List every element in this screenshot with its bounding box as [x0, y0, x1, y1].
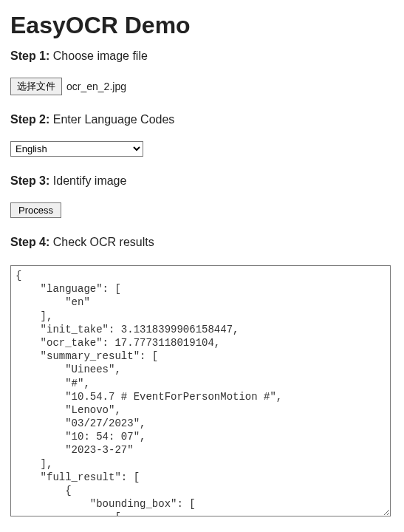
step-2-label: Step 2: [10, 113, 49, 126]
file-input-row: 选择文件 ocr_en_2.jpg [10, 78, 126, 95]
step-3-label: Step 3: [10, 174, 49, 187]
page-title: EasyOCR Demo [10, 12, 394, 39]
step-3-text: Identify image [53, 174, 127, 187]
step-3-heading: Step 3: Identify image [10, 174, 394, 188]
process-button[interactable]: Process [10, 202, 61, 218]
language-select[interactable]: English [10, 141, 143, 157]
step-1-text: Choose image file [53, 50, 148, 62]
selected-file-name: ocr_en_2.jpg [66, 81, 126, 92]
step-1-label: Step 1: [10, 50, 49, 62]
step-1-heading: Step 1: Choose image file [10, 50, 394, 63]
app-container: EasyOCR Demo Step 1: Choose image file 选… [0, 0, 404, 528]
step-4-label: Step 4: [10, 236, 49, 248]
choose-file-button[interactable]: 选择文件 [10, 78, 62, 95]
ocr-results-output[interactable] [10, 265, 391, 516]
step-2-text: Enter Language Codes [53, 113, 175, 126]
step-4-text: Check OCR results [53, 236, 154, 248]
step-4-heading: Step 4: Check OCR results [10, 236, 394, 249]
step-2-heading: Step 2: Enter Language Codes [10, 113, 394, 126]
